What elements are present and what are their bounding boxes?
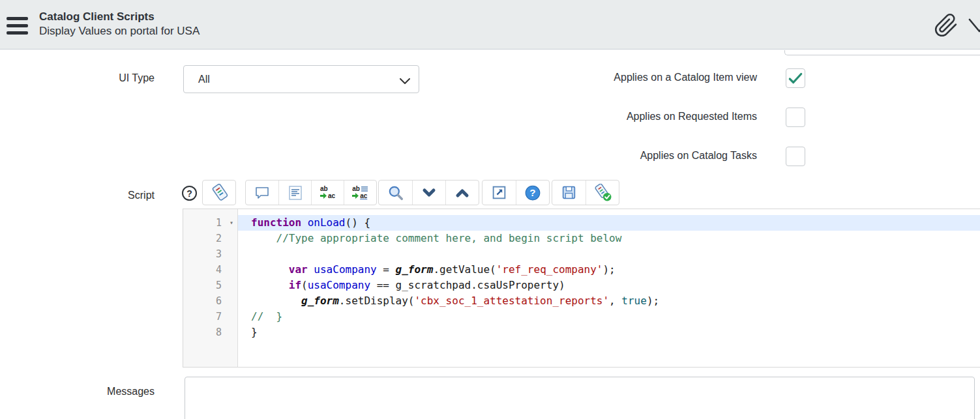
code-line[interactable]: var usaCompany = g_form.getValue('ref_re… xyxy=(238,262,980,278)
save-button[interactable] xyxy=(552,181,586,205)
replace-icon: ab ac xyxy=(320,186,335,199)
code-line[interactable]: } xyxy=(238,325,980,340)
syntax-check-icon xyxy=(594,184,612,201)
messages-label: Messages xyxy=(0,386,155,397)
paperclip-icon[interactable] xyxy=(934,13,958,40)
line-number[interactable]: 1▾ xyxy=(183,215,237,231)
window-tools-group: ? xyxy=(482,180,550,205)
line-number[interactable]: 4 xyxy=(183,262,237,278)
edit-tools-group: ab ac ab xyxy=(245,180,377,205)
line-number[interactable]: 3 xyxy=(183,246,237,262)
code-line[interactable] xyxy=(238,246,980,262)
open-fullscreen-icon xyxy=(491,184,507,201)
page-title: Catalog Client Scripts xyxy=(39,10,200,24)
script-icon-button[interactable] xyxy=(202,180,236,205)
applies-requested-items-label: Applies on Requested Items xyxy=(456,111,757,123)
search-button[interactable] xyxy=(379,181,412,205)
chevron-down-icon xyxy=(400,76,410,87)
search-tools-group xyxy=(378,180,479,205)
code-line[interactable]: g_form.setDisplay('cbx_soc_1_attestation… xyxy=(238,293,980,309)
search-icon xyxy=(387,184,404,201)
syntax-check-button[interactable] xyxy=(586,181,619,205)
find-previous-button[interactable] xyxy=(445,181,479,205)
form-header: Catalog Client Scripts Display Values on… xyxy=(0,0,980,50)
catalog-client-script-form: Catalog Client Scripts Display Values on… xyxy=(0,0,980,419)
replace-all-button[interactable]: ab ac xyxy=(344,181,376,205)
replace-all-icon: ab ac xyxy=(352,186,368,199)
applies-requested-items-checkbox[interactable] xyxy=(786,108,805,127)
messages-input[interactable] xyxy=(185,377,975,419)
fold-arrow-icon: ▾ xyxy=(230,215,233,231)
record-subtitle: Display Values on portal for USA xyxy=(39,24,200,38)
svg-text:?: ? xyxy=(529,187,535,198)
chevron-down-icon xyxy=(421,187,437,199)
script-editor: 1▾2345678 function onLoad() { //Type app… xyxy=(183,209,980,368)
cutoff-field-bottom xyxy=(784,50,980,55)
comment-icon xyxy=(254,186,270,200)
filter-icon-partial[interactable] xyxy=(968,18,980,38)
green-arrow-icon xyxy=(352,192,359,199)
line-number[interactable]: 7 xyxy=(183,309,237,325)
line-number[interactable]: 5 xyxy=(183,278,237,293)
editor-gutter[interactable]: 1▾2345678 xyxy=(183,209,238,367)
green-arrow-icon xyxy=(320,192,327,199)
line-number[interactable]: 6 xyxy=(183,293,237,309)
find-next-button[interactable] xyxy=(412,181,445,205)
applies-catalog-item-label: Applies on a Catalog Item view xyxy=(456,72,757,83)
ui-type-select[interactable]: All xyxy=(183,65,419,93)
format-code-button[interactable] xyxy=(278,181,311,205)
applies-catalog-tasks-checkbox[interactable] xyxy=(786,147,805,166)
line-number[interactable]: 2 xyxy=(183,231,237,246)
code-lines[interactable]: function onLoad() { //Type appropriate c… xyxy=(238,209,980,367)
header-titles: Catalog Client Scripts Display Values on… xyxy=(39,10,200,38)
menu-icon[interactable] xyxy=(7,17,28,35)
save-tools-group xyxy=(552,180,619,205)
applies-catalog-item-checkbox[interactable] xyxy=(786,68,805,88)
open-fullscreen-button[interactable] xyxy=(483,181,516,205)
applies-catalog-tasks-label: Applies on Catalog Tasks xyxy=(456,150,757,162)
ui-type-value: All xyxy=(198,74,210,85)
code-line[interactable]: // } xyxy=(238,309,980,325)
toggle-comment-button[interactable] xyxy=(246,181,278,205)
code-line[interactable]: if(usaCompany == g_scratchpad.csaUsPrope… xyxy=(238,278,980,293)
lines-icon xyxy=(361,186,368,192)
editor-help-icon: ? xyxy=(524,184,541,201)
editor-help-button[interactable]: ? xyxy=(516,181,549,205)
script-label: Script xyxy=(0,190,155,201)
script-icon xyxy=(211,184,228,201)
field-help-icon[interactable]: ? xyxy=(182,186,197,201)
code-line[interactable]: //Type appropriate comment here, and beg… xyxy=(238,231,980,246)
chevron-up-icon xyxy=(454,187,470,199)
format-code-icon xyxy=(288,185,303,201)
check-icon xyxy=(787,70,804,87)
save-icon xyxy=(561,184,577,201)
replace-button[interactable]: ab ac xyxy=(311,181,344,205)
ui-type-label: UI Type xyxy=(0,72,155,84)
code-line[interactable]: function onLoad() { xyxy=(238,215,980,231)
line-number[interactable]: 8 xyxy=(183,325,237,340)
